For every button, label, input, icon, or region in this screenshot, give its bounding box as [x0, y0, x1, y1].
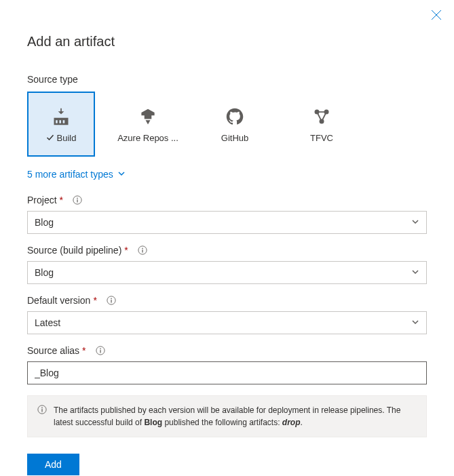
svg-rect-14 [100, 350, 100, 353]
chevron-down-icon [411, 267, 419, 278]
svg-rect-8 [142, 250, 143, 252]
default-version-label: Default version * [27, 295, 427, 306]
required-asterisk: * [93, 295, 96, 306]
tile-tfvc-label: TFVC [310, 133, 333, 143]
source-pipeline-value: Blog [35, 267, 54, 278]
azure-repos-icon [137, 106, 159, 127]
add-button[interactable]: Add [27, 454, 79, 475]
svg-point-13 [100, 349, 101, 350]
source-pipeline-label: Source (build pipeline) * [27, 245, 427, 256]
info-icon[interactable] [96, 346, 105, 355]
panel-title: Add an artifact [27, 34, 427, 49]
project-label: Project * [27, 195, 427, 205]
chevron-down-icon [411, 217, 419, 228]
svg-point-10 [111, 298, 112, 300]
svg-point-4 [77, 198, 78, 199]
chevron-down-icon [411, 317, 419, 328]
info-icon[interactable] [138, 245, 147, 255]
svg-point-16 [41, 408, 43, 409]
info-icon [37, 405, 47, 414]
callout-text: The artifacts published by each version … [54, 404, 417, 429]
github-icon [224, 106, 246, 127]
info-icon[interactable] [107, 296, 116, 305]
tile-github-label: GitHub [221, 133, 248, 143]
tile-tfvc[interactable]: TFVC [288, 92, 356, 157]
close-button[interactable] [431, 9, 442, 20]
build-icon [50, 106, 72, 127]
project-select[interactable]: Blog [27, 211, 427, 234]
info-icon[interactable] [73, 195, 82, 205]
chevron-down-icon [117, 169, 126, 180]
source-pipeline-select[interactable]: Blog [27, 261, 427, 284]
tile-build-label: Build [46, 133, 77, 143]
source-alias-input[interactable] [27, 361, 427, 384]
svg-rect-17 [41, 409, 42, 412]
check-icon [46, 134, 54, 142]
tile-github[interactable]: GitHub [201, 92, 269, 157]
required-asterisk: * [60, 195, 63, 205]
svg-rect-5 [77, 199, 77, 202]
default-version-select[interactable]: Latest [27, 311, 427, 334]
svg-rect-11 [111, 300, 111, 302]
required-asterisk: * [82, 345, 86, 356]
source-type-label: Source type [27, 74, 427, 85]
default-version-value: Latest [35, 317, 60, 328]
tfvc-icon [311, 106, 333, 127]
source-alias-label: Source alias * [27, 345, 427, 356]
tile-azure-repos[interactable]: Azure Repos ... [114, 92, 182, 157]
artifacts-info-callout: The artifacts published by each version … [27, 395, 427, 437]
more-artifact-types-link[interactable]: 5 more artifact types [27, 169, 126, 180]
project-value: Blog [35, 217, 54, 228]
close-icon [431, 12, 442, 22]
svg-point-7 [142, 248, 143, 250]
tile-azure-repos-label: Azure Repos ... [117, 133, 178, 143]
required-asterisk: * [124, 245, 128, 256]
source-type-tiles: Build Azure Repos ... GitHub TFVC [27, 92, 427, 157]
tile-build[interactable]: Build [27, 92, 95, 157]
